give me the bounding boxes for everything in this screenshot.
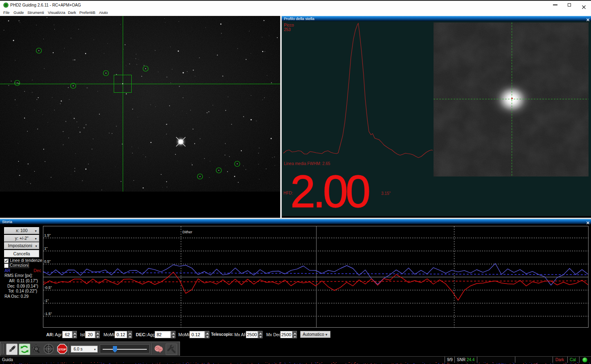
svg-text:STOP: STOP bbox=[58, 348, 66, 351]
